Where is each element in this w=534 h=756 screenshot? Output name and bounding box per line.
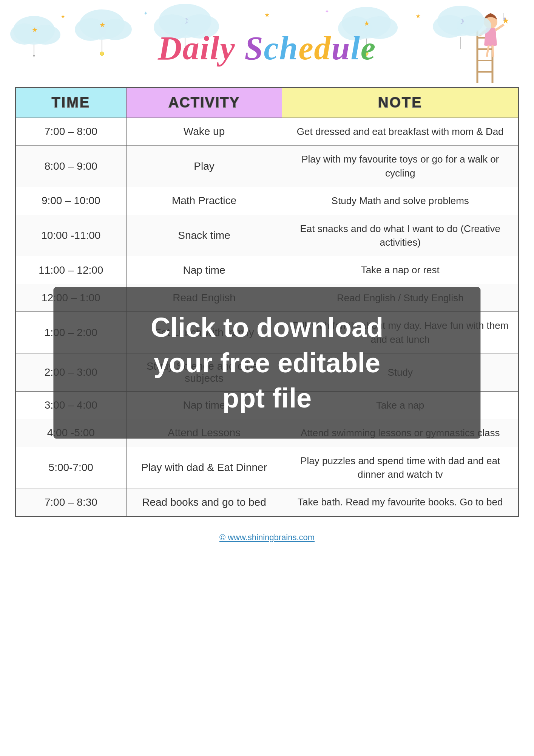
svg-text:★: ★ [264, 12, 270, 18]
cell-note: Play puzzles and spend time with dad and… [282, 447, 519, 488]
cell-time: 4:00 -5:00 [15, 419, 126, 447]
cell-activity: Eat Lunch with family [126, 312, 282, 353]
cell-time: 9:00 – 10:00 [15, 187, 126, 215]
cell-time: 10:00 -11:00 [15, 215, 126, 256]
cell-activity: Read English [126, 284, 282, 311]
cell-note: Take a nap [282, 391, 519, 419]
svg-text:✦: ✦ [325, 8, 329, 14]
header-time: TIME [15, 87, 126, 118]
footer: © www.shiningbrains.com [0, 528, 534, 550]
cell-activity: Wake up [126, 118, 282, 146]
cell-note: Talk with family about my day. Have fun … [282, 312, 519, 353]
cell-note: Attend swimming lessons or gymnastics cl… [282, 419, 519, 447]
cell-note: Study Math and solve problems [282, 187, 519, 215]
cell-activity: Attend Lessons [126, 419, 282, 447]
website-link[interactable]: © www.shiningbrains.com [219, 533, 315, 542]
cell-time: 11:00 – 12:00 [15, 256, 126, 284]
cell-time: 8:00 – 9:00 [15, 146, 126, 187]
cell-note: Get dressed and eat breakfast with mom &… [282, 118, 519, 146]
cell-time: 3:00 – 4:00 [15, 391, 126, 419]
header-activity: ACTIVITY [126, 87, 282, 118]
cell-activity: Math Practice [126, 187, 282, 215]
svg-text:✦: ✦ [502, 16, 507, 22]
schedule-table: TIME ACTIVITY NOTE 7:00 – 8:00Wake upGet… [15, 87, 519, 517]
cell-time: 2:00 – 3:00 [15, 353, 126, 391]
table-row: 1:00 – 2:00Eat Lunch with familyTalk wit… [15, 312, 519, 353]
svg-text:★: ★ [415, 13, 421, 19]
schedule-table-container: TIME ACTIVITY NOTE 7:00 – 8:00Wake upGet… [15, 87, 519, 517]
cell-note: Read English / Study English [282, 284, 519, 311]
table-row: 7:00 – 8:30Read books and go to bedTake … [15, 488, 519, 516]
table-row: 8:00 – 9:00PlayPlay with my favourite to… [15, 146, 519, 187]
table-row: 10:00 -11:00Snack timeEat snacks and do … [15, 215, 519, 256]
cell-time: 7:00 – 8:00 [15, 118, 126, 146]
table-row: 4:00 -5:00Attend LessonsAttend swimming … [15, 419, 519, 447]
cell-time: 1:00 – 2:00 [15, 312, 126, 353]
cell-activity: Nap time [126, 256, 282, 284]
cell-activity: Play with dad & Eat Dinner [126, 447, 282, 488]
svg-text:✦: ✦ [60, 14, 65, 20]
svg-text:✦: ✦ [144, 10, 148, 16]
cell-activity: Play [126, 146, 282, 187]
cell-note: Play with my favourite toys or go for a … [282, 146, 519, 187]
header-note: NOTE [282, 87, 519, 118]
header: ★ ★ ☽ ★ ☽ ✦ ✦ ★ ✦ ★ ✦ [0, 0, 534, 83]
cell-note: Study [282, 353, 519, 391]
page-title: Daily Schedule [15, 23, 519, 71]
table-row: 12:00 – 1:00Read EnglishRead English / S… [15, 284, 519, 311]
cell-note: Take a nap or rest [282, 256, 519, 284]
cell-activity: Nap time [126, 391, 282, 419]
cell-time: 12:00 – 1:00 [15, 284, 126, 311]
cell-activity: Snack time [126, 215, 282, 256]
cell-note: Take bath. Read my favourite books. Go t… [282, 488, 519, 516]
table-row: 5:00-7:00Play with dad & Eat DinnerPlay … [15, 447, 519, 488]
table-row: 9:00 – 10:00Math PracticeStudy Math and … [15, 187, 519, 215]
cell-activity: Study Science and other subjects [126, 353, 282, 391]
cell-activity: Read books and go to bed [126, 488, 282, 516]
table-header-row: TIME ACTIVITY NOTE [15, 87, 519, 118]
table-row: 11:00 – 12:00Nap timeTake a nap or rest [15, 256, 519, 284]
title-daily: Daily [158, 30, 236, 67]
table-row: 3:00 – 4:00Nap timeTake a nap [15, 391, 519, 419]
cell-note: Eat snacks and do what I want to do (Cre… [282, 215, 519, 256]
table-row: 7:00 – 8:00Wake upGet dressed and eat br… [15, 118, 519, 146]
table-row: 2:00 – 3:00Study Science and other subje… [15, 353, 519, 391]
cell-time: 7:00 – 8:30 [15, 488, 126, 516]
cell-time: 5:00-7:00 [15, 447, 126, 488]
